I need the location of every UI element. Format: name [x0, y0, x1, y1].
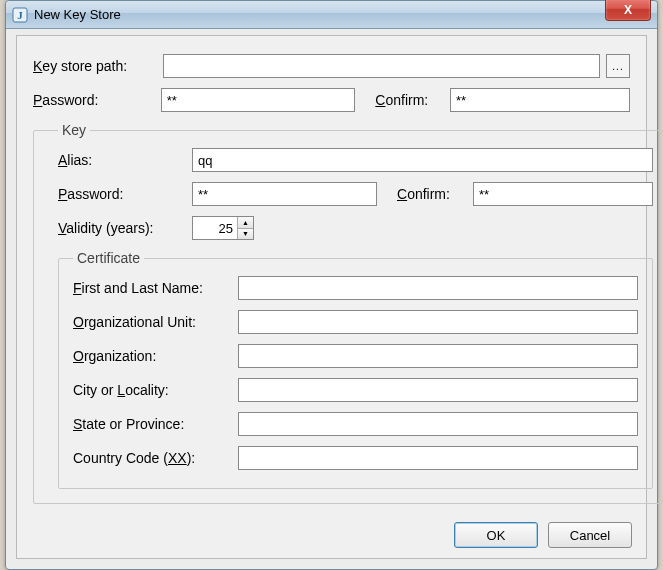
ok-button[interactable]: OK [454, 522, 538, 548]
ellipsis-icon: ... [612, 61, 623, 72]
label-state: State or Province: [73, 416, 238, 432]
row-keystore-path: Key store path: ... [33, 54, 630, 78]
label-key-password: Password: [58, 186, 186, 202]
label-org-unit: Organizational Unit: [73, 314, 238, 330]
fieldset-certificate: Certificate First and Last Name: Organiz… [58, 250, 653, 489]
row-validity: Validity (years): ▲ ▼ [58, 216, 653, 240]
first-last-input[interactable] [238, 276, 638, 300]
city-input[interactable] [238, 378, 638, 402]
key-confirm-input[interactable] [473, 182, 653, 206]
org-unit-input[interactable] [238, 310, 638, 334]
label-key-confirm: Confirm: [397, 186, 467, 202]
row-city: City or Locality: [73, 378, 638, 402]
row-country: Country Code (XX): [73, 446, 638, 470]
spinner-up-button[interactable]: ▲ [238, 217, 253, 229]
state-input[interactable] [238, 412, 638, 436]
label-validity: Validity (years): [58, 220, 186, 236]
country-input[interactable] [238, 446, 638, 470]
label-country: Country Code (XX): [73, 450, 238, 466]
label-alias: Alias: [58, 152, 186, 168]
label-keystore-path: Key store path: [33, 58, 157, 74]
label-top-password: Password: [33, 92, 155, 108]
keystore-path-input[interactable] [163, 54, 600, 78]
label-top-confirm: Confirm: [375, 92, 444, 108]
label-organization: Organization: [73, 348, 238, 364]
spinner-buttons: ▲ ▼ [237, 217, 253, 239]
row-organization: Organization: [73, 344, 638, 368]
row-org-unit: Organizational Unit: [73, 310, 638, 334]
row-key-password: Password: Confirm: [58, 182, 653, 206]
button-bar: OK Cancel [454, 522, 632, 548]
client-area: Key store path: ... Password: Confirm: K… [16, 35, 647, 559]
label-city: City or Locality: [73, 382, 238, 398]
label-first-last: First and Last Name: [73, 280, 238, 296]
top-confirm-input[interactable] [450, 88, 630, 112]
app-icon: J [12, 7, 28, 23]
legend-certificate: Certificate [73, 250, 144, 266]
validity-spinner[interactable]: ▲ ▼ [192, 216, 254, 240]
close-icon: X [624, 3, 632, 17]
row-state: State or Province: [73, 412, 638, 436]
titlebar: J New Key Store X [6, 1, 657, 29]
cancel-button[interactable]: Cancel [548, 522, 632, 548]
dialog-window: J New Key Store X Key store path: ... Pa… [5, 0, 658, 570]
top-password-input[interactable] [161, 88, 356, 112]
window-title: New Key Store [34, 7, 121, 22]
row-top-password: Password: Confirm: [33, 88, 630, 112]
spinner-down-button[interactable]: ▼ [238, 229, 253, 240]
svg-text:J: J [17, 9, 23, 21]
key-password-input[interactable] [192, 182, 377, 206]
chevron-down-icon: ▼ [242, 230, 249, 237]
validity-input[interactable] [193, 217, 237, 239]
legend-key: Key [58, 122, 90, 138]
browse-button[interactable]: ... [606, 54, 630, 78]
row-first-last: First and Last Name: [73, 276, 638, 300]
organization-input[interactable] [238, 344, 638, 368]
row-alias: Alias: [58, 148, 653, 172]
fieldset-key: Key Alias: Password: Confirm: [33, 122, 663, 504]
alias-input[interactable] [192, 148, 653, 172]
close-button[interactable]: X [605, 0, 651, 21]
chevron-up-icon: ▲ [242, 219, 249, 226]
